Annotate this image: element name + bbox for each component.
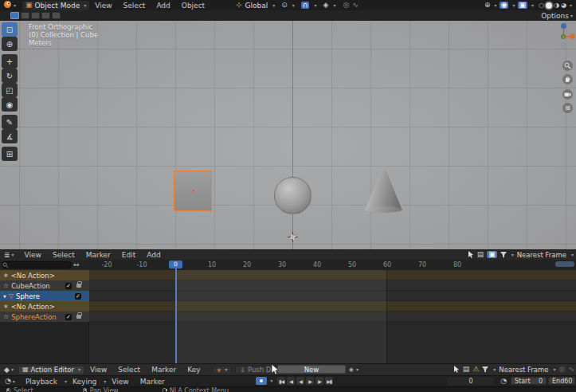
next-keyframe-button[interactable]: ▶: [315, 377, 323, 385]
timeline-menu-marker[interactable]: Marker: [135, 378, 170, 386]
current-frame-field[interactable]: 0: [448, 377, 494, 385]
play-button[interactable]: ▶: [306, 377, 314, 385]
dopesheet-editor-type-icon[interactable]: ◆: [4, 367, 10, 374]
y-axis-ball[interactable]: [561, 34, 566, 39]
shading-material-icon[interactable]: ◑: [554, 2, 559, 9]
options-dropdown[interactable]: Options ▾: [541, 10, 573, 21]
start-frame-field[interactable]: Start 0: [511, 377, 547, 385]
sphere-object[interactable]: [274, 177, 312, 214]
track-mute-checkbox[interactable]: ✓: [65, 314, 72, 320]
prev-keyframe-button[interactable]: ◀: [287, 377, 295, 385]
cube-object-selected[interactable]: [174, 171, 212, 211]
falloff-curve-icon[interactable]: ∿: [568, 366, 574, 373]
snap-with-icon[interactable]: ◈: [323, 2, 328, 9]
timeline-menu-keying[interactable]: Keying: [67, 378, 102, 386]
track-mute-checkbox[interactable]: ✓: [75, 293, 81, 300]
viewport-3d[interactable]: Front Orthographic (0) Collection | Cube…: [0, 21, 576, 249]
tool-annotate-icon[interactable]: ✎: [2, 115, 18, 129]
track-lock-icon[interactable]: [76, 284, 81, 288]
action-snap-dropdown[interactable]: Nearest Frame: [499, 366, 548, 374]
view-toggle-icon[interactable]: ▤: [477, 251, 484, 258]
timeline-menu-playback[interactable]: Playback: [20, 378, 63, 386]
action-menu-view[interactable]: View: [84, 366, 112, 374]
action-menu-marker[interactable]: Marker: [146, 366, 182, 374]
timeline-editor-type-icon[interactable]: ◔: [5, 378, 11, 385]
tool-add-primitive-icon[interactable]: ⊞: [2, 147, 18, 161]
menu-select[interactable]: Select: [118, 2, 151, 10]
shading-wireframe-icon[interactable]: ○: [539, 2, 544, 9]
sync-toggle-icon[interactable]: ▣: [487, 251, 497, 258]
action-menu-key[interactable]: Key: [182, 366, 206, 374]
orientation-icon[interactable]: ⊹: [236, 2, 242, 9]
nla-snap-dropdown[interactable]: Nearest Frame: [517, 251, 566, 259]
tweak-tool-icon[interactable]: [468, 251, 474, 258]
tool-scale-icon[interactable]: ◰: [2, 83, 18, 97]
action-menu-select[interactable]: Select: [112, 366, 146, 374]
track-lock-icon[interactable]: [76, 315, 81, 319]
editor-toggle-icon-2[interactable]: [21, 12, 29, 19]
filter-funnel-icon[interactable]: [500, 252, 507, 258]
snap-magnet-icon[interactable]: ∩: [301, 2, 310, 9]
timeline-menu-view[interactable]: View: [106, 378, 134, 386]
expand-triangle-icon[interactable]: ▼: [3, 294, 6, 299]
nla-scrollbar[interactable]: [555, 261, 574, 267]
tool-cursor-icon[interactable]: ⊕: [2, 37, 18, 51]
proportional-edit-icon[interactable]: ◎: [343, 2, 349, 9]
current-frame-indicator[interactable]: 0: [169, 261, 182, 269]
track-panel-row[interactable]: ▼ ▽ Sphere ✓: [0, 291, 89, 301]
zoom-view-icon[interactable]: [562, 61, 573, 71]
shading-solid-icon[interactable]: [546, 2, 552, 9]
proportional-edit-icon[interactable]: ◎: [559, 366, 566, 373]
jump-to-start-button[interactable]: ▮◀: [277, 377, 285, 385]
track-panel-row[interactable]: ∗ <No Action>: [0, 301, 89, 312]
editor-toggle-icon-4[interactable]: [41, 12, 50, 19]
track-panel-row[interactable]: ☆ CubeAction ✓: [0, 280, 89, 291]
neg-axis-ball[interactable]: [561, 42, 566, 47]
menu-add[interactable]: Add: [151, 2, 175, 10]
tool-measure-icon[interactable]: ∡: [2, 129, 18, 143]
track-panel-row[interactable]: ∗ <No Action>: [0, 270, 89, 280]
nla-menu-edit[interactable]: Edit: [116, 251, 141, 259]
tool-transform-icon[interactable]: ◉: [2, 97, 18, 112]
play-reverse-button[interactable]: ◀: [296, 377, 304, 385]
end-frame-field[interactable]: End 60: [548, 377, 575, 385]
editor-toggle-icon-1[interactable]: [10, 12, 19, 19]
tweak-tool-icon[interactable]: [453, 366, 460, 373]
nla-menu-view[interactable]: View: [19, 251, 47, 259]
pivot-point-icon[interactable]: ⊙: [281, 2, 288, 9]
track-panel-row[interactable]: ☆ SphereAction ✓: [0, 312, 89, 322]
jump-to-end-button[interactable]: ▶▮: [325, 377, 333, 385]
nla-menu-marker[interactable]: Marker: [80, 251, 116, 259]
nla-search-input[interactable]: [2, 261, 72, 269]
falloff-curve-icon[interactable]: ∿: [352, 2, 359, 9]
view-toggle-icon[interactable]: ▤: [463, 366, 470, 373]
z-axis-ball[interactable]: [561, 23, 566, 29]
nla-menu-add[interactable]: Add: [141, 251, 166, 259]
tool-rotate-icon[interactable]: ↻: [2, 69, 18, 83]
blender-logo-icon[interactable]: [3, 0, 12, 10]
nla-ruler[interactable]: [89, 260, 576, 270]
navigation-gizmo[interactable]: [553, 22, 575, 48]
filter-funnel-icon[interactable]: [482, 367, 488, 373]
editor-toggle-icon-3[interactable]: [31, 12, 40, 19]
playhead-line[interactable]: [175, 269, 177, 363]
resize-region-icon[interactable]: ↔: [73, 261, 80, 269]
menu-object[interactable]: Object: [176, 2, 210, 10]
nla-editor-body[interactable]: -20 -10 10 20 30 40 50 60 70 80 ↔ ∗ <No …: [0, 260, 576, 363]
nla-menu-select[interactable]: Select: [47, 251, 80, 259]
toggle-perspective-grid-icon[interactable]: ⊞: [562, 103, 573, 113]
editor-toggle-icon-5[interactable]: [52, 12, 61, 19]
new-action-button[interactable]: New: [277, 365, 346, 374]
show-gizmo-icon[interactable]: ⊕: [484, 2, 491, 9]
action-id-icon[interactable]: ∗: [348, 367, 355, 374]
cone-object[interactable]: [365, 164, 402, 210]
camera-view-icon[interactable]: [562, 89, 573, 100]
pan-view-hand-icon[interactable]: [562, 74, 573, 84]
xray-toggle-icon[interactable]: ▣: [518, 2, 528, 9]
tool-move-icon[interactable]: +: [2, 54, 18, 69]
browse-action-dropdown[interactable]: ▼ ▾: [213, 366, 233, 374]
x-axis-ball[interactable]: [570, 33, 575, 39]
show-overlays-icon[interactable]: ◉: [500, 2, 509, 9]
dopesheet-mode-dropdown[interactable]: ▦ Action Editor ▾: [18, 366, 84, 374]
menu-view[interactable]: View: [89, 2, 117, 10]
